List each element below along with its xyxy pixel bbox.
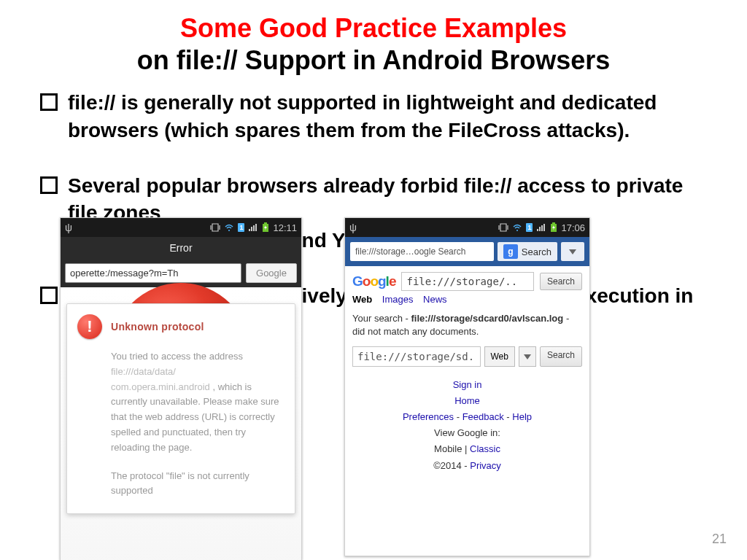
bullet-marker	[40, 93, 58, 111]
view-in-label: View Google in:	[434, 427, 500, 438]
url-input[interactable]: operette:/message?m=Th	[65, 263, 241, 283]
home-link[interactable]: Home	[454, 395, 480, 406]
vibrate-icon	[498, 222, 508, 233]
wifi-icon	[224, 222, 234, 233]
slide-title: Some Good Practice Examples on file:// S…	[0, 0, 747, 76]
sep: -	[457, 411, 462, 422]
svg-rect-2	[264, 222, 267, 224]
google-g-icon: g	[503, 244, 518, 259]
battery-icon	[262, 222, 269, 233]
signin-link[interactable]: Sign in	[453, 379, 482, 390]
error-message: You tried to access the address file:///…	[77, 349, 285, 456]
url-input[interactable]: file:///storage…oogle Search	[350, 242, 494, 261]
preferences-link[interactable]: Preferences	[403, 411, 454, 422]
search-button[interactable]: g Search	[498, 242, 557, 261]
status-time: 12:11	[273, 222, 297, 233]
footer-links: Sign in Home Preferences - Feedback - He…	[352, 377, 582, 474]
google-button[interactable]: Google	[246, 263, 297, 283]
tab-images[interactable]: Images	[382, 294, 414, 305]
signal-icon	[536, 223, 546, 232]
scope-select[interactable]: Web	[484, 346, 515, 367]
page-header: Error	[61, 237, 301, 259]
search-form-bottom: file:///storage/sd. Web Search	[352, 346, 582, 367]
svg-point-3	[516, 230, 518, 231]
result-query: file:///storage/sdcard0/avlscan.log	[411, 313, 563, 324]
wifi-icon	[512, 222, 522, 233]
feedback-link[interactable]: Feedback	[462, 411, 504, 422]
svg-point-0	[228, 230, 230, 231]
usb-icon: ψ	[65, 222, 72, 233]
title-line-2: on file:// Support in Android Browsers	[0, 45, 747, 76]
svg-rect-5	[552, 222, 555, 224]
help-link[interactable]: Help	[512, 411, 532, 422]
error-card: ! Unknown protocol You tried to access t…	[66, 303, 295, 514]
copyright: ©2014 -	[433, 460, 467, 471]
search-label: Search	[522, 246, 551, 257]
search-submit-button-2[interactable]: Search	[540, 346, 582, 367]
title-line-1: Some Good Practice Examples	[0, 13, 747, 44]
sep: |	[465, 443, 470, 454]
error-message-2: The protocol "file" is not currently sup…	[77, 469, 285, 499]
signal-icon	[248, 223, 258, 232]
url-bar: file:///storage…oogle Search g Search	[345, 237, 589, 266]
search-form-top: Google file:///storage/.. Search	[352, 272, 582, 291]
screenshot-google: ψ 1 17:06 file:///storage…oogle Search g…	[344, 217, 590, 556]
chevron-down-icon	[569, 249, 576, 254]
classic-link[interactable]: Classic	[470, 443, 500, 454]
msg-url: com.opera.mini.android	[111, 381, 210, 392]
usb-icon: ψ	[349, 222, 357, 233]
tab-web[interactable]: Web	[352, 294, 372, 305]
google-logo: Google	[352, 273, 395, 289]
sim-icon: 1	[526, 223, 533, 232]
search-input[interactable]: file:///storage/..	[401, 272, 534, 291]
sim-icon: 1	[238, 223, 244, 232]
search-tabs: Web Images News	[352, 294, 582, 305]
bullet-item: file:// is generally not supported in li…	[40, 89, 707, 144]
battery-icon	[550, 222, 557, 233]
tab-news[interactable]: News	[423, 294, 447, 305]
msg-text: You tried to access the address	[111, 351, 243, 362]
vibrate-icon	[210, 222, 220, 233]
page-body: ! Unknown protocol You tried to access t…	[61, 287, 301, 560]
search-submit-button[interactable]: Search	[540, 273, 582, 290]
error-title: Unknown protocol	[111, 321, 204, 332]
search-input-2[interactable]: file:///storage/sd.	[352, 346, 481, 367]
no-results-message: Your search - file:///storage/sdcard0/av…	[352, 312, 582, 338]
chevron-down-icon	[524, 354, 531, 359]
result-text: Your search -	[352, 313, 411, 324]
mobile-label: Mobile	[434, 443, 462, 454]
status-bar: ψ 1 17:06	[345, 218, 589, 237]
privacy-link[interactable]: Privacy	[470, 460, 501, 471]
bullet-text: file:// is generally not supported in li…	[68, 89, 707, 144]
page-body: Google file:///storage/.. Search Web Ima…	[345, 266, 589, 480]
status-time: 17:06	[561, 222, 585, 233]
alert-icon: !	[77, 314, 102, 339]
msg-url: file:///data/data/	[111, 366, 176, 377]
bullet-marker	[40, 176, 58, 194]
scope-dropdown-button[interactable]	[519, 346, 536, 367]
screenshot-opera: ψ 1 12:11 Error operette:/message?m=Th G…	[60, 217, 302, 560]
scope-label: Web	[491, 351, 508, 362]
bullet-marker	[40, 287, 58, 304]
status-bar: ψ 1 12:11	[61, 218, 301, 237]
dropdown-button[interactable]	[561, 242, 584, 261]
page-number: 21	[712, 532, 727, 547]
